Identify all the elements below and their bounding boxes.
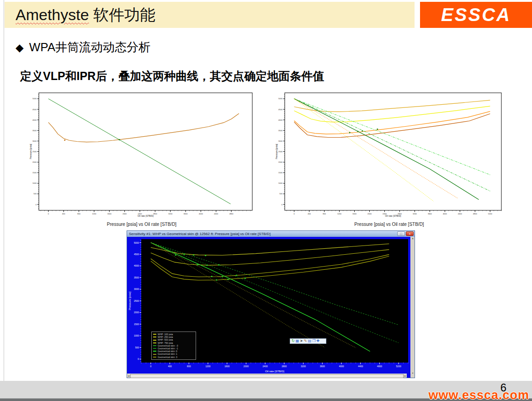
title-chinese: 软件功能 — [89, 6, 155, 23]
svg-text:1600: 1600 — [107, 213, 112, 215]
svg-text:Pressure [psia]: Pressure [psia] — [29, 144, 32, 159]
sensitivity-overlay-chart: 0400800120016002000240028003200360040004… — [275, 91, 504, 218]
svg-text:4400: 4400 — [214, 213, 218, 215]
vlp-ipr-chart-svg: 0400800120016002000240028003200360040004… — [29, 91, 255, 218]
svg-text:Oil rate [STB/D]: Oil rate [STB/D] — [385, 214, 401, 217]
legend-swatch — [153, 337, 156, 337]
scroll-right-icon[interactable]: ► — [404, 374, 406, 377]
legend-swatch — [153, 342, 156, 343]
right-chart-caption: Pressure [psia] vs Oil rate [STB/D] — [275, 222, 504, 227]
pointer-icon[interactable]: ➤ — [300, 339, 303, 343]
svg-text:4500: 4500 — [32, 108, 37, 111]
svg-text:5000: 5000 — [32, 97, 37, 100]
svg-text:2800: 2800 — [153, 213, 158, 215]
svg-text:3200: 3200 — [168, 213, 173, 215]
svg-text:2400: 2400 — [263, 365, 268, 368]
svg-text:4000: 4000 — [339, 365, 344, 368]
svg-text:Pressure [psia]: Pressure [psia] — [128, 292, 131, 310]
scroll-up-icon[interactable]: ▲ — [412, 237, 414, 240]
svg-text:Oil rate [STB/D]: Oil rate [STB/D] — [138, 214, 154, 217]
svg-text:4000: 4000 — [199, 213, 203, 215]
svg-text:0: 0 — [293, 213, 295, 215]
svg-text:3200: 3200 — [301, 365, 306, 368]
svg-text:3500: 3500 — [134, 276, 139, 279]
svg-text:5000: 5000 — [278, 97, 283, 100]
svg-text:2500: 2500 — [32, 150, 37, 153]
svg-text:2000: 2000 — [367, 213, 372, 215]
table-icon[interactable]: ▦ — [296, 339, 299, 343]
sensitivity-overlay-chart-svg: 0400800120016002000240028003200360040004… — [275, 91, 504, 218]
svg-text:5200: 5200 — [488, 213, 493, 215]
svg-text:Pressure [psia]: Pressure [psia] — [275, 144, 278, 159]
window-content: 0400800120016002000240028003200360040004… — [128, 237, 411, 374]
svg-text:4000: 4000 — [443, 213, 447, 215]
close-button[interactable]: × — [406, 231, 414, 236]
chart-legend: WHP: 100 psiaWHP: 250 psiaWHP: 500 psiaW… — [151, 331, 196, 360]
svg-text:500: 500 — [135, 346, 139, 349]
svg-text:3600: 3600 — [428, 213, 432, 215]
svg-text:1500: 1500 — [32, 171, 37, 174]
svg-text:2000: 2000 — [32, 161, 37, 163]
svg-text:400: 400 — [168, 365, 172, 368]
scroll-left-icon[interactable]: ◄ — [128, 374, 130, 377]
window-buttons: □ × — [397, 231, 414, 236]
svg-text:4000: 4000 — [32, 119, 37, 121]
slide-left-border — [4, 0, 4, 381]
window-titlebar[interactable]: Sensitivity #1: WHP vs Geometrical skin … — [127, 231, 415, 237]
svg-text:0: 0 — [138, 358, 139, 360]
svg-text:1200: 1200 — [92, 213, 96, 215]
svg-text:1600: 1600 — [224, 365, 229, 368]
legend-label: Geometrical skin: 3 — [158, 356, 177, 358]
svg-text:1000: 1000 — [134, 334, 139, 337]
chart-toolbar: ↻▦➤✎▤❐✚ — [290, 338, 326, 344]
svg-text:3200: 3200 — [413, 213, 417, 215]
svg-text:2000: 2000 — [244, 365, 249, 368]
bullet-text: WPA井筒流动动态分析 — [29, 39, 150, 55]
restore-button[interactable]: □ — [397, 231, 405, 236]
svg-text:1600: 1600 — [352, 213, 357, 215]
copy-icon[interactable]: ❐ — [312, 339, 315, 343]
svg-text:1200: 1200 — [337, 213, 342, 215]
svg-text:2000: 2000 — [134, 311, 139, 314]
svg-text:0: 0 — [36, 203, 37, 206]
svg-text:500: 500 — [279, 192, 282, 195]
legend-swatch — [153, 354, 156, 355]
svg-text:4400: 4400 — [358, 365, 363, 368]
svg-text:3000: 3000 — [32, 140, 37, 142]
window-title: Sensitivity #1: WHP vs Geometrical skin … — [129, 232, 271, 236]
svg-text:4000: 4000 — [278, 119, 283, 121]
horizontal-scrollbar[interactable]: ◄ ► — [127, 374, 407, 378]
refresh-icon[interactable]: ↻ — [292, 339, 295, 343]
svg-text:4800: 4800 — [377, 365, 382, 368]
bullet-line: ◆ WPA井筒流动动态分析 — [16, 39, 150, 55]
svg-text:3600: 3600 — [320, 365, 325, 368]
essca-logo: ESSCA — [420, 2, 532, 28]
scrollbar-corner — [410, 374, 415, 378]
description-text: 定义VLP和IPR后，叠加这两种曲线，其交点确定地面条件值 — [20, 69, 324, 84]
svg-text:500: 500 — [33, 192, 37, 195]
svg-text:400: 400 — [308, 213, 311, 215]
legend-swatch — [153, 348, 156, 349]
svg-text:0: 0 — [150, 365, 151, 368]
svg-text:3000: 3000 — [278, 140, 283, 142]
svg-text:800: 800 — [187, 365, 191, 368]
left-chart-caption: Pressure [psia] vs Oil rate [STB/D] — [29, 222, 255, 227]
svg-text:1500: 1500 — [134, 323, 139, 326]
svg-text:4400: 4400 — [458, 213, 463, 215]
vertical-scrollbar[interactable]: ▲ ▼ — [410, 237, 415, 374]
tools-icon[interactable]: ✚ — [316, 339, 319, 343]
title-english: Amethyste — [16, 6, 89, 23]
print-icon[interactable]: ▤ — [308, 339, 312, 343]
legend-swatch — [153, 345, 156, 346]
svg-text:4800: 4800 — [229, 213, 234, 215]
website-url: www.essca.com — [428, 388, 529, 401]
svg-text:4000: 4000 — [134, 264, 139, 267]
svg-text:800: 800 — [77, 213, 80, 215]
diamond-bullet-icon: ◆ — [16, 42, 24, 53]
legend-swatch — [153, 357, 156, 358]
scrollbar-thumb[interactable] — [130, 374, 404, 378]
pencil-icon[interactable]: ✎ — [304, 339, 307, 343]
essca-logo-text: ESSCA — [441, 5, 511, 25]
svg-text:4500: 4500 — [134, 253, 139, 256]
legend-swatch — [153, 340, 156, 341]
